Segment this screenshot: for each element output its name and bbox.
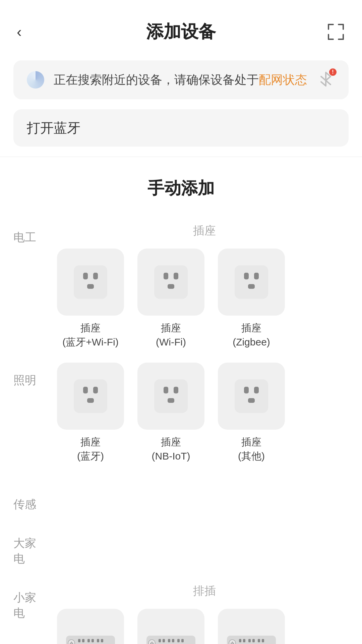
major-appliance-content	[47, 526, 362, 567]
svg-rect-36	[82, 639, 84, 642]
svg-rect-18	[254, 273, 259, 279]
svg-rect-47	[159, 639, 161, 642]
svg-rect-22	[93, 387, 98, 393]
scan-button[interactable]	[325, 22, 345, 41]
category-label-major: 大家电	[0, 526, 47, 567]
svg-rect-52	[181, 639, 184, 642]
svg-rect-30	[254, 387, 259, 393]
category-label-lighting: 照明	[0, 363, 47, 463]
svg-rect-40	[101, 639, 103, 642]
svg-rect-62	[252, 639, 255, 642]
outlet-bluetooth-wifi[interactable]: 插座(蓝牙+Wi-Fi)	[54, 249, 127, 349]
svg-rect-63	[258, 639, 260, 642]
subcategory-outlet: 插座	[47, 220, 355, 249]
svg-rect-25	[164, 387, 168, 393]
powerstrip-icon-box-2: ⏻	[137, 609, 204, 644]
svg-rect-28	[235, 379, 268, 413]
powerstrip-icon-1: ⏻	[65, 629, 116, 644]
powerstrip-icon-box-3: ⏻	[218, 609, 285, 644]
outlet-icon-box-4	[57, 363, 124, 430]
svg-rect-48	[163, 639, 165, 642]
powerstrip-row: ⏻	[47, 609, 355, 644]
status-highlight[interactable]: 配网状态	[259, 73, 307, 87]
svg-rect-26	[174, 387, 178, 393]
status-prefix: 正在搜索附近的设备，请确保设备处于	[54, 73, 259, 87]
svg-rect-50	[172, 639, 174, 642]
powerstrip-icon-box-1: ⏻	[57, 609, 124, 644]
svg-rect-31	[248, 398, 255, 403]
outlet-row-1: 插座(蓝牙+Wi-Fi) 插座(Wi-Fi)	[47, 249, 355, 349]
outlet-label-1: 插座(蓝牙+Wi-Fi)	[62, 321, 118, 349]
outlet-other[interactable]: 插座(其他)	[215, 363, 288, 463]
outlet-icon-box-1	[57, 249, 124, 316]
bluetooth-toggle[interactable]: 打开蓝牙	[13, 109, 349, 147]
outlet-wifi[interactable]: 插座(Wi-Fi)	[134, 249, 208, 349]
svg-rect-21	[83, 387, 88, 393]
svg-rect-37	[87, 639, 90, 642]
back-button[interactable]: ‹	[17, 23, 37, 40]
outlet-icon-2	[151, 262, 191, 302]
outlet-icon-5	[151, 376, 191, 416]
notification-area: !	[316, 70, 335, 90]
outlet-bluetooth[interactable]: 插座(蓝牙)	[54, 363, 127, 463]
powerstrip-icon-2: ⏻	[146, 629, 196, 644]
svg-text:⏻: ⏻	[70, 642, 73, 644]
svg-rect-29	[244, 387, 249, 393]
section-divider	[0, 157, 362, 157]
svg-rect-9	[83, 273, 88, 279]
svg-rect-51	[177, 639, 180, 642]
svg-rect-24	[154, 379, 188, 413]
svg-rect-38	[92, 639, 94, 642]
outlet-zigbee[interactable]: 插座(Zigbee)	[215, 249, 288, 349]
svg-rect-14	[174, 273, 178, 279]
outlet-icon-box-5	[137, 363, 204, 430]
svg-rect-27	[168, 398, 174, 403]
svg-rect-15	[168, 284, 174, 289]
outlet-icon-4	[70, 376, 111, 416]
powerstrip-item-3[interactable]: ⏻	[215, 609, 288, 644]
outlet-label-5: 插座(NB-IoT)	[152, 435, 190, 463]
svg-rect-1	[328, 24, 329, 30]
lighting-content: 插座(蓝牙) 插座(NB-IoT)	[47, 363, 362, 463]
outlet-icon-1	[70, 262, 111, 302]
svg-rect-60	[243, 639, 245, 642]
svg-rect-61	[248, 639, 251, 642]
status-text: 正在搜索附近的设备，请确保设备处于配网状态	[54, 72, 316, 88]
svg-rect-20	[74, 379, 107, 413]
svg-rect-39	[97, 639, 99, 642]
svg-rect-10	[93, 273, 98, 279]
outlet-label-6: 插座(其他)	[238, 435, 265, 463]
lighting-row2-section: 照明 插座(蓝牙)	[0, 356, 362, 470]
svg-rect-3	[343, 24, 344, 30]
svg-rect-23	[87, 398, 94, 403]
outlet-icon-box-6	[218, 363, 285, 430]
svg-rect-49	[168, 639, 170, 642]
svg-rect-5	[328, 34, 329, 40]
svg-rect-17	[244, 273, 249, 279]
subcategory-powerstrip: 排插	[47, 580, 355, 609]
page-title: 添加设备	[146, 20, 216, 44]
scan-icon	[326, 22, 345, 41]
svg-rect-59	[239, 639, 241, 642]
outlet-row-2: 插座(蓝牙) 插座(NB-IoT)	[47, 363, 355, 463]
svg-rect-11	[87, 284, 94, 289]
outlet-label-4: 插座(蓝牙)	[77, 435, 104, 463]
outlet-label-2: 插座(Wi-Fi)	[156, 321, 186, 349]
svg-text:⏻: ⏻	[150, 642, 154, 644]
minor-appliance-section: 小家电 排插 ⏻	[0, 573, 362, 644]
category-label-sensor: 传感	[0, 487, 47, 512]
outlet-nbiot[interactable]: 插座(NB-IoT)	[134, 363, 208, 463]
notification-badge: !	[329, 68, 337, 76]
svg-rect-64	[262, 639, 264, 642]
bluetooth-label: 打开蓝牙	[27, 120, 80, 135]
outlet-icon-box-2	[137, 249, 204, 316]
category-label-minor: 小家电	[0, 580, 47, 644]
svg-rect-19	[248, 284, 255, 289]
powerstrip-item-2[interactable]: ⏻	[134, 609, 208, 644]
powerstrip-item-1[interactable]: ⏻	[54, 609, 127, 644]
svg-text:⏻: ⏻	[231, 642, 234, 644]
svg-rect-8	[74, 265, 107, 299]
spacer-1	[0, 470, 362, 480]
category-label-electrical: 电工	[0, 220, 47, 349]
manual-add-title: 手动添加	[0, 160, 362, 213]
